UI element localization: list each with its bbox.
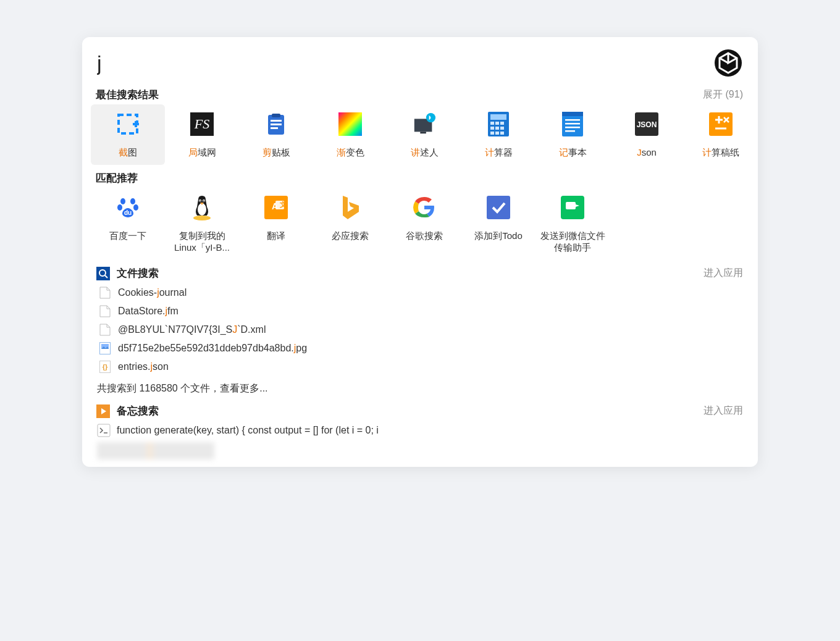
file-name: entries.json (118, 361, 169, 372)
tile-google[interactable]: 谷歌搜索 (387, 188, 461, 260)
svg-text:A: A (272, 201, 278, 211)
calcpaper-icon (708, 112, 733, 136)
svg-text:FS: FS (194, 116, 209, 132)
launcher-window: 最佳搜索结果 展开 (91) 截图FS局域网剪贴板渐变色讲述人计算器记事本JSO… (82, 37, 758, 467)
tile-screenshot[interactable]: 截图 (91, 104, 165, 165)
calculator-icon (486, 112, 511, 136)
file-summary[interactable]: 共搜索到 1168580 个文件，查看更多... (82, 379, 758, 400)
tile-label: 添加到Todo (474, 230, 523, 242)
search-input[interactable] (97, 51, 713, 75)
svg-rect-56 (487, 196, 510, 219)
svg-rect-21 (495, 127, 499, 130)
file-row[interactable]: DataStore.jfm (97, 302, 743, 320)
svg-rect-11 (338, 112, 362, 136)
svg-text:du: du (124, 209, 132, 216)
svg-rect-29 (565, 123, 580, 125)
tile-bing[interactable]: 必应搜索 (313, 188, 387, 260)
svg-text:文: 文 (279, 201, 287, 208)
tile-calcpaper[interactable]: 计算稿纸 (684, 104, 758, 165)
svg-rect-34 (709, 112, 733, 136)
linux-icon (190, 195, 214, 220)
svg-point-43 (133, 204, 138, 211)
svg-point-41 (130, 198, 135, 204)
baidu-icon: du (116, 195, 140, 220)
svg-rect-10 (271, 127, 278, 129)
tile-calculator[interactable]: 计算器 (461, 104, 536, 165)
svg-text:{}: {} (103, 363, 108, 371)
bing-icon (338, 195, 363, 220)
svg-rect-70 (98, 424, 110, 437)
best-results-header: 最佳搜索结果 展开 (91) (82, 84, 758, 103)
svg-rect-17 (490, 122, 494, 125)
svg-rect-27 (562, 112, 583, 116)
file-row[interactable]: {}entries.json (97, 358, 743, 376)
svg-rect-23 (490, 132, 494, 135)
tile-narrator[interactable]: 讲述人 (387, 104, 461, 165)
footer-blur (97, 442, 214, 459)
file-type-icon (99, 342, 112, 354)
file-name: d5f715e2be55e592d31ddeb97db4a8bd.jpg (118, 343, 307, 354)
tile-add-todo[interactable]: 添加到Todo (461, 188, 536, 260)
file-row[interactable]: @BL8YUL`N77QIV7{3I_SJ`D.xml (97, 320, 743, 339)
tile-label: Json (637, 146, 657, 159)
memo-item[interactable]: function generate(key, start) { const ou… (82, 421, 758, 442)
tile-label: 剪贴板 (262, 146, 290, 159)
svg-rect-18 (495, 122, 499, 125)
tile-baidu[interactable]: du百度一下 (91, 188, 165, 260)
svg-rect-31 (565, 130, 575, 132)
best-results-title: 最佳搜索结果 (96, 88, 159, 102)
svg-point-40 (120, 198, 125, 204)
svg-point-14 (426, 113, 435, 122)
file-row[interactable]: d5f715e2be55e592d31ddeb97db4a8bd.jpg (97, 339, 743, 358)
translate-icon: A文 (264, 195, 288, 220)
svg-rect-20 (490, 127, 494, 130)
tile-label: 必应搜索 (332, 230, 369, 242)
google-icon (412, 195, 437, 220)
tile-copy-linux[interactable]: 复制到我的 Linux「yI-B... (165, 188, 239, 260)
svg-rect-30 (565, 127, 580, 128)
tile-translate[interactable]: A文翻译 (239, 188, 313, 260)
tile-json[interactable]: JSONJson (610, 104, 684, 165)
screenshot-icon (116, 112, 140, 136)
file-type-icon (99, 324, 112, 336)
narrator-icon (412, 112, 437, 136)
file-row[interactable]: Cookies-journal (97, 283, 743, 302)
svg-point-49 (200, 200, 201, 201)
gradient-icon (338, 112, 363, 136)
file-type-icon (99, 305, 112, 317)
tile-gradient[interactable]: 渐变色 (313, 104, 387, 165)
memo-search-header: 备忘搜索 进入应用 (82, 400, 758, 421)
fs-icon: FS (190, 112, 214, 136)
memo-search-enter[interactable]: 进入应用 (704, 404, 743, 417)
tile-label: 复制到我的 Linux「yI-B... (169, 230, 235, 254)
app-logo-icon (713, 48, 743, 78)
expand-link[interactable]: 展开 (91) (703, 88, 743, 101)
svg-point-50 (203, 200, 204, 201)
svg-rect-25 (500, 132, 504, 135)
tile-clipboard[interactable]: 剪贴板 (239, 104, 313, 165)
tile-label: 截图 (119, 146, 137, 159)
tile-send-wechat[interactable]: 发送到微信文件传输助手 (536, 188, 610, 260)
tile-label: 记事本 (559, 146, 587, 159)
tile-notepad[interactable]: 记事本 (536, 104, 610, 165)
tile-label: 发送到微信文件传输助手 (539, 230, 606, 254)
tile-label: 局域网 (188, 146, 216, 159)
file-name: @BL8YUL`N77QIV7{3I_SJ`D.xml (118, 324, 266, 335)
file-search-title: 文件搜索 (117, 266, 159, 280)
svg-rect-16 (490, 114, 506, 120)
tile-label: 渐变色 (337, 146, 364, 159)
tile-label: 讲述人 (411, 146, 439, 159)
svg-rect-7 (272, 114, 280, 117)
terminal-icon (97, 424, 111, 437)
tile-label: 计算稿纸 (702, 146, 739, 159)
svg-text:JSON: JSON (637, 120, 657, 129)
tile-lan[interactable]: FS局域网 (165, 104, 239, 165)
memo-search-title: 备忘搜索 (117, 404, 159, 418)
file-type-icon: {} (99, 361, 112, 373)
clipboard-icon (264, 112, 288, 136)
svg-rect-22 (500, 127, 504, 130)
svg-rect-28 (565, 119, 580, 121)
recommend-header: 匹配推荐 (82, 167, 758, 186)
file-search-enter[interactable]: 进入应用 (704, 267, 743, 280)
svg-rect-60 (96, 267, 110, 280)
